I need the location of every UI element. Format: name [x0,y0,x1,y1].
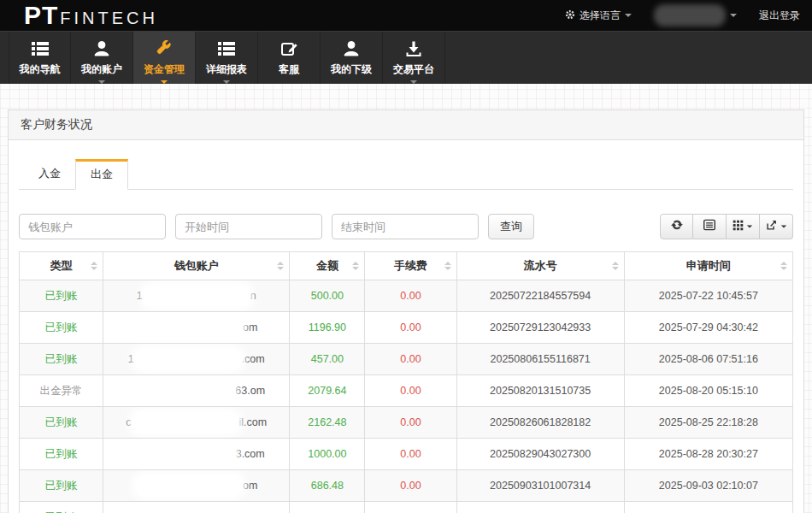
cell-type: 已到账 [20,470,103,502]
language-label: 选择语言 [580,9,621,23]
cell-serial: 20250826061828182 [456,407,624,439]
cell-amount: 2162.48 [290,407,365,439]
toggle-icon [703,219,715,234]
cell-type: 已到账 [20,344,103,375]
account-fragment: 1 [128,353,134,365]
user-icon [93,38,110,59]
tab-withdrawal[interactable]: 出金 [75,159,128,190]
cell-time: 2025-09-04 03:03:36 [624,502,792,513]
user-menu[interactable] [654,4,737,27]
cell-account: om [103,502,290,513]
table-row: 已到账om1196.900.00202507291230429332025-07… [20,312,793,344]
nav-item-0[interactable]: 我的导航 [9,32,71,84]
nav-item-4[interactable]: 客服 [258,32,321,84]
export-button[interactable] [760,214,793,239]
chevron-down-icon [625,14,632,17]
search-button[interactable]: 查询 [488,214,534,239]
cell-serial: 20250829043027300 [456,439,624,470]
cell-serial: 20250806155116871 [456,344,624,375]
cell-account: 3.com [103,439,290,470]
page-background: 客户财务状况 入金 出金 查询 [0,84,812,513]
refresh-button[interactable] [660,214,693,239]
redaction-blob [137,318,241,337]
cell-serial: 20250820131510735 [456,375,624,407]
chevron-down-icon [223,80,230,84]
cell-account: cil.com [103,407,290,439]
col-account[interactable]: 钱包账户 [103,252,290,280]
cell-time: 2025-08-25 22:18:28 [624,407,792,439]
gear-icon [565,9,575,22]
columns-button[interactable] [727,214,760,239]
toggle-view-button[interactable] [693,214,727,239]
logo-secondary: FINTECH [60,9,158,28]
cell-serial: 20250904110336720 [456,502,624,513]
cell-serial: 20250729123042933 [456,312,624,344]
cell-type: 已到账 [20,407,103,439]
navbar: 我的导航 我的账户 资金管理 详细报表 客服 我的下级 交易平台 [0,31,812,84]
table-body: 已到账1n500.000.00202507221845575942025-07-… [20,280,793,513]
cell-amount: 686.48 [290,470,365,502]
cell-fee: 0.00 [365,375,456,407]
cell-time: 2025-08-28 20:30:27 [624,439,792,470]
cell-time: 2025-09-03 02:10:07 [624,470,792,502]
account-fragment: il.com [239,416,268,428]
cell-account: om [103,470,290,502]
cell-amount: 782.95 [290,502,365,513]
edit-icon [280,38,297,59]
cell-time: 2025-07-22 10:45:57 [624,280,792,312]
table-row: 已到账cil.com2162.480.002025082606182818220… [20,407,793,439]
cell-fee: 0.00 [365,502,456,513]
cell-fee: 0.00 [365,312,456,344]
sort-icon [444,262,451,270]
chevron-down-icon [730,14,737,17]
redaction-blob [137,508,241,513]
app-logo[interactable]: PT FINTECH [24,0,158,31]
withdrawal-table: 类型 钱包账户 金额 手续费 流水号 申请时间 已到账1n500.000.002… [19,251,793,513]
download-icon [405,38,422,59]
account-fragment: .com [242,353,265,365]
filter-row: 查询 [19,214,793,239]
account-fragment: om [243,480,257,492]
cell-account: 1n [103,280,290,312]
table-row: 已到账om686.480.00202509031010073142025-09-… [20,470,793,502]
refresh-icon [671,219,683,234]
nav-item-3[interactable]: 详细报表 [196,32,258,84]
sort-icon [352,262,359,270]
panel-body: 入金 出金 查询 [9,159,803,513]
table-row: 已到账1.com457.000.00202508061551168712025-… [20,344,793,375]
tab-deposit[interactable]: 入金 [24,159,75,189]
cell-type: 已到账 [20,439,103,470]
topbar-right: 选择语言 退出登录 [565,4,800,27]
cell-serial: 20250722184557594 [456,280,624,312]
cell-type: 已到账 [20,312,103,344]
start-time-input[interactable] [175,214,322,239]
account-fragment: 63.om [235,385,265,397]
account-fragment: om [243,321,257,333]
nav-item-2[interactable]: 资金管理 [133,32,196,84]
cell-fee: 0.00 [365,439,456,470]
col-amount[interactable]: 金额 [290,252,365,280]
cell-type: 已到账 [20,280,103,312]
language-selector[interactable]: 选择语言 [565,9,632,23]
logout-button[interactable]: 退出登录 [759,9,800,23]
nav-item-1[interactable]: 我的账户 [71,32,133,84]
col-serial[interactable]: 流水号 [456,252,624,280]
cell-type: 出金异常 [20,375,103,407]
end-time-input[interactable] [332,214,479,239]
sort-icon [780,262,787,270]
col-time[interactable]: 申请时间 [624,252,792,280]
redaction-blob [144,286,249,305]
wallet-account-input[interactable] [19,214,166,239]
nav-item-5[interactable]: 我的下级 [321,32,383,84]
col-fee[interactable]: 手续费 [365,252,456,280]
nav-item-6[interactable]: 交易平台 [383,32,445,84]
account-fragment: 3.com [236,448,265,460]
logout-label: 退出登录 [759,9,800,23]
table-row: 已到账3.com1000.000.00202508290430273002025… [20,439,793,470]
col-type[interactable]: 类型 [20,252,103,280]
redaction-blob [137,476,241,495]
chevron-down-icon [161,80,168,84]
redaction-blob [129,381,233,400]
chevron-down-icon [410,80,417,84]
cell-amount: 500.00 [290,280,365,312]
